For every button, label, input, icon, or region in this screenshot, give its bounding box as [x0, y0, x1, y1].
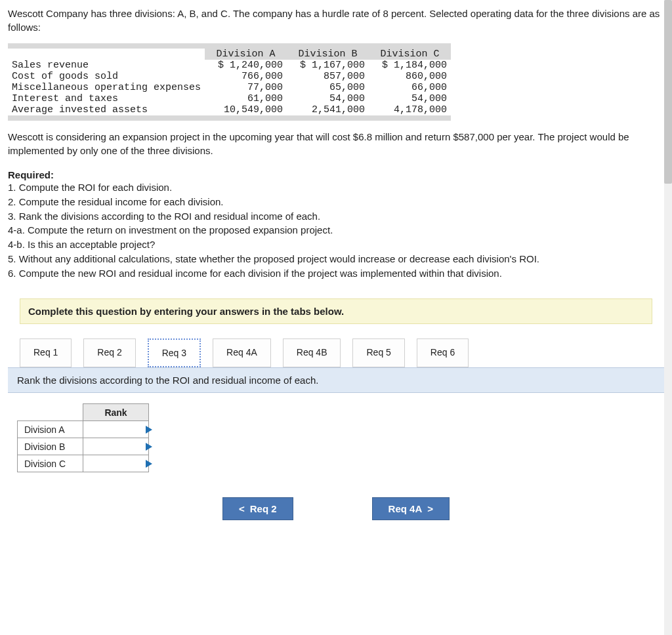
required-item: 6. Compute the new ROI and residual inco… [8, 266, 664, 281]
scrollbar-thumb[interactable] [664, 0, 672, 184]
tab-req-1[interactable]: Req 1 [20, 338, 72, 367]
required-item: 5. Without any additional calculations, … [8, 252, 664, 266]
row-label: Miscellaneous operating expenses [8, 82, 205, 93]
cell: $ 1,184,000 [369, 60, 451, 71]
rank-input-table: Rank Division A Division B Division C [17, 403, 149, 472]
tab-req-2[interactable]: Req 2 [83, 338, 135, 367]
chevron-left-icon: < [239, 503, 245, 514]
cell: 77,000 [205, 82, 287, 93]
col-header-a: Division A [205, 49, 287, 60]
cell: 61,000 [205, 93, 287, 104]
complete-instruction: Complete this question by entering your … [20, 298, 652, 324]
row-label: Cost of goods sold [8, 71, 205, 82]
rank-select-division-c[interactable] [83, 455, 149, 472]
dropdown-arrow-icon [146, 460, 152, 468]
rank-row-label: Division C [18, 455, 83, 472]
dropdown-arrow-icon [146, 443, 152, 451]
chevron-right-icon: > [427, 503, 433, 514]
rank-col-header: Rank [83, 404, 149, 421]
prev-button-label: Req 2 [250, 503, 277, 514]
cell: 860,000 [369, 71, 451, 82]
col-header-b: Division B [287, 49, 369, 60]
cell: $ 1,167,000 [287, 60, 369, 71]
answer-zone: Rank Division A Division B Division C [8, 393, 664, 483]
cell: 766,000 [205, 71, 287, 82]
tab-req-5[interactable]: Req 5 [352, 338, 404, 367]
required-item: 1. Compute the ROI for each division. [8, 180, 664, 195]
row-label: Average invested assets [8, 104, 205, 115]
cell: 66,000 [369, 82, 451, 93]
rank-row-label: Division A [18, 421, 83, 438]
rank-row-label: Division B [18, 438, 83, 455]
cell: $ 1,240,000 [205, 60, 287, 71]
vertical-scrollbar[interactable] [664, 0, 672, 533]
rank-select-division-b[interactable] [83, 438, 149, 455]
required-item: 2. Compute the residual income for each … [8, 195, 664, 209]
col-header-c: Division C [369, 49, 451, 60]
cell: 4,178,000 [369, 104, 451, 115]
cell: 54,000 [369, 93, 451, 104]
required-block: Required: 1. Compute the ROI for each di… [8, 169, 664, 280]
required-header: Required: [8, 169, 664, 180]
next-button-label: Req 4A [388, 503, 423, 514]
expansion-paragraph: Wescott is considering an expansion proj… [8, 130, 664, 157]
next-button[interactable]: Req 4A > [372, 497, 450, 520]
prev-button[interactable]: < Req 2 [222, 497, 293, 520]
tab-req-4a[interactable]: Req 4A [213, 338, 271, 367]
tab-bar: Req 1 Req 2 Req 3 Req 4A Req 4B Req 5 Re… [20, 338, 652, 367]
cell: 857,000 [287, 71, 369, 82]
dropdown-arrow-icon [146, 426, 152, 434]
problem-intro: Wescott Company has three divisions: A, … [8, 7, 664, 34]
required-item: 4-a. Compute the return on investment on… [8, 223, 664, 237]
tab-req-6[interactable]: Req 6 [417, 338, 469, 367]
tab-req-4b[interactable]: Req 4B [283, 338, 341, 367]
cell: 54,000 [287, 93, 369, 104]
nav-buttons: < Req 2 Req 4A > [8, 497, 664, 520]
tab-req-3[interactable]: Req 3 [148, 338, 201, 367]
required-item: 4-b. Is this an acceptable project? [8, 237, 664, 252]
cell: 65,000 [287, 82, 369, 93]
cell: 2,541,000 [287, 104, 369, 115]
row-label: Sales revenue [8, 60, 205, 71]
active-tab-instruction: Rank the divisions according to the ROI … [8, 367, 664, 393]
operating-data-table: Division A Division B Division C Sales r… [8, 43, 664, 121]
rank-select-division-a[interactable] [83, 421, 149, 438]
required-item: 3. Rank the divisions according to the R… [8, 209, 664, 224]
cell: 10,549,000 [205, 104, 287, 115]
row-label: Interest and taxes [8, 93, 205, 104]
